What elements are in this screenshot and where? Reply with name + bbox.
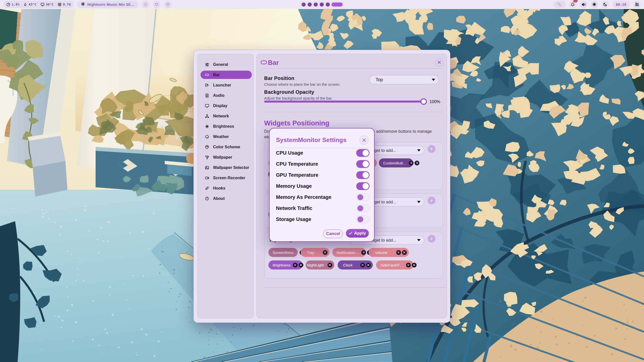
toggle-network-traffic[interactable] [356,204,370,212]
top-bar: 1.8% 43°C 38°C 9.7G Nightcore Music Mix … [0,0,644,9]
chip-remove-button[interactable] [328,263,332,267]
workspaces-indicator[interactable] [299,1,345,8]
widget-chip-notifications[interactable]: Notification… [332,248,366,257]
sidebar-item-display[interactable]: Display [200,102,252,110]
chip-settings-button[interactable] [409,161,414,165]
sidebar-item-screen-recorder[interactable]: Screen Recorder [200,174,252,182]
cpu-temp-value: 43°C [28,3,36,6]
media-player-pill[interactable]: Nightcore Music Mix 20… [77,1,138,8]
bar-position-dropdown[interactable]: Top [369,75,439,84]
workspace-dot-3[interactable] [314,3,318,7]
gpu-monitor-icon [41,3,45,7]
sidebar-item-general[interactable]: General [200,60,252,69]
sidebar-item-bar[interactable]: Bar [200,71,252,79]
workspace-dot-2[interactable] [308,3,312,7]
toggle-cpu-usage[interactable] [356,149,370,157]
window-close-button[interactable] [435,58,443,66]
chevron-down-icon [417,201,421,203]
memory-chip-icon [58,3,62,7]
check-icon [349,232,352,235]
background-opacity-label: Background Opacity [264,89,314,95]
toggle-storage-usage[interactable] [356,215,370,223]
chip-remove-button[interactable] [412,263,417,267]
chip-settings-button[interactable] [293,263,298,267]
apply-button[interactable]: Apply [346,229,369,238]
chip-remove-button[interactable] [299,263,303,267]
cancel-button[interactable]: Cancel [323,230,343,238]
opacity-slider[interactable] [264,101,427,103]
workspace-active[interactable] [332,3,343,7]
brightness-button[interactable] [591,1,598,8]
bar-pill-icon [205,73,209,77]
toggle-gpu-temperature[interactable] [356,171,370,179]
option-row-memory-usage: Memory Usage [276,182,370,190]
apps-button[interactable] [633,1,641,8]
chevron-down-icon [417,149,421,152]
chip-remove-button[interactable] [415,161,419,165]
toggle-memory-as-percentage[interactable] [356,193,370,201]
toggle-memory-usage[interactable] [356,182,370,190]
heart-button-1[interactable] [153,1,160,8]
chip-settings-button[interactable] [396,250,401,255]
widget-chip-clock[interactable]: Clock [338,260,373,269]
widget-chip-volume[interactable]: Volume [369,248,409,257]
widget-chip-screenrecorder[interactable]: ScreenReco… [268,248,298,257]
link-icon [205,186,209,191]
widget-chip-sidepaneltoggle[interactable]: SidePanelT… [376,260,414,269]
chip-settings-button[interactable] [360,263,365,267]
sidebar-item-wallpaper-selector[interactable]: Wallpaper Selector [200,163,252,172]
bar-pill-icon [261,60,267,65]
chip-settings-button[interactable] [406,263,411,267]
toggle-cpu-temperature[interactable] [356,160,370,168]
video-camera-icon [205,176,209,180]
chip-settings-button[interactable] [361,250,366,255]
nightlight-button[interactable] [601,1,609,8]
option-row-gpu-temperature: GPU Temperature [276,171,370,179]
info-icon [205,196,209,201]
sidebar-item-brightness[interactable]: Brightness [200,122,252,130]
skull-button[interactable] [142,1,149,8]
option-row-storage-usage: Storage Usage [276,215,370,223]
sidebar-item-wallpaper[interactable]: Wallpaper [200,153,252,161]
widget-chip-custombutton[interactable]: CustomButt… [379,158,413,167]
opacity-slider-thumb[interactable] [420,98,427,105]
clock-value: 00:28 [612,3,630,7]
widget-chip-brightness[interactable]: Brightness [268,260,303,269]
chip-remove-button[interactable] [402,250,407,255]
widget-chip-nightlight[interactable]: NightLight [306,260,334,269]
sliders-icon [205,62,209,67]
left-add-widget-button[interactable]: + [428,145,435,153]
widget-chip-tray[interactable]: Tray [301,248,330,257]
notifications-button[interactable]: 10 [569,1,577,8]
sidebar-item-network[interactable]: Network [200,112,252,120]
center-add-widget-button[interactable]: + [428,197,435,204]
cpu-usage-value: 1.8% [12,3,19,6]
clock-pill[interactable]: 00:28 [612,1,630,8]
dialog-close-button[interactable] [359,135,369,145]
volume-button[interactable] [580,1,587,8]
bar-position-label: Bar Position [264,75,294,81]
chip-remove-button[interactable] [323,250,328,255]
system-stats-pill[interactable]: 1.8% 43°C 38°C 9.7G [3,1,74,8]
sidebar-item-audio[interactable]: Audio [200,91,252,100]
bar-position-value: Top [376,77,383,82]
gpu-temp-value: 38°C [46,3,54,6]
sidebar-item-about[interactable]: About [200,194,252,203]
right-add-widget-button[interactable]: + [428,235,435,243]
sidebar-item-launcher[interactable]: Launcher [200,81,252,89]
uc-logo-pill[interactable]: U C [554,1,566,8]
chip-remove-button[interactable] [366,263,371,267]
sidebar-item-weather[interactable]: Weather [200,132,252,141]
sidebar-item-hooks[interactable]: Hooks [200,184,252,192]
background-opacity-description: Adjust the background opacity of the bar… [264,96,333,100]
notification-badge: 10 [573,0,578,3]
workspace-dot-4[interactable] [320,3,324,7]
workspace-dot-1[interactable] [302,3,306,7]
page-title: Bar [268,59,279,67]
workspace-dot-5[interactable] [326,3,330,7]
image-icon [205,165,209,170]
sidebar-item-color-scheme[interactable]: Color Scheme [200,143,252,151]
monitor-icon [205,104,209,108]
temperature-flame-icon [23,3,27,7]
heart-button-2[interactable] [164,1,172,8]
